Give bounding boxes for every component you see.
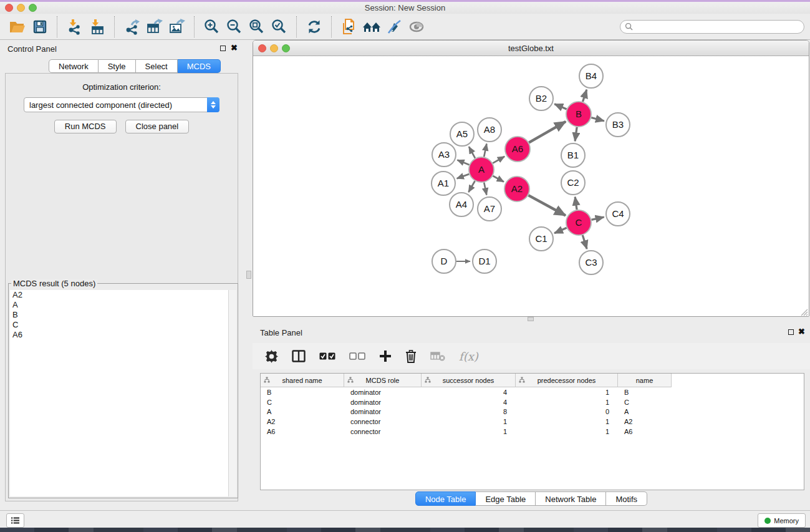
edge-C-C4[interactable]	[591, 217, 604, 220]
graph-node-B4[interactable]: B4	[579, 64, 603, 88]
edge-A6-B[interactable]	[529, 122, 566, 143]
graph-node-C4[interactable]: C4	[606, 202, 630, 226]
table-row[interactable]: Bdominator41B	[261, 387, 804, 397]
import-table-icon[interactable]	[86, 16, 108, 38]
vertical-splitter-handle[interactable]	[246, 271, 251, 279]
graph-node-A2[interactable]: A2	[504, 177, 529, 201]
close-table-panel-icon[interactable]: ✖	[798, 327, 805, 336]
edge-A-A1[interactable]	[457, 174, 470, 178]
close-panel-button[interactable]: Close panel	[125, 120, 190, 133]
graph-node-B1[interactable]: B1	[561, 143, 585, 167]
import-network-icon[interactable]	[64, 16, 86, 38]
export-image-icon[interactable]	[166, 16, 188, 38]
function-builder-icon[interactable]: f(x)	[459, 350, 478, 363]
graph-node-C[interactable]: C	[566, 210, 591, 235]
column-header-successor-nodes[interactable]: successor nodes	[422, 374, 516, 387]
graph-node-A3[interactable]: A3	[432, 143, 456, 167]
table-row[interactable]: A2connector11A2	[261, 417, 804, 427]
hide-annotations-icon[interactable]	[383, 16, 405, 38]
tab-motifs[interactable]: Motifs	[606, 491, 647, 506]
tab-network-table[interactable]: Network Table	[536, 491, 606, 506]
mcds-result-list[interactable]: A2ABCA6	[10, 290, 229, 496]
clone-network-icon[interactable]	[338, 16, 360, 38]
task-history-button[interactable]	[6, 513, 24, 528]
export-network-icon[interactable]	[121, 16, 143, 38]
edge-B-B2[interactable]	[554, 104, 566, 109]
save-session-icon[interactable]	[29, 16, 51, 38]
delete-column-icon[interactable]	[405, 350, 417, 363]
horizontal-splitter-handle[interactable]	[528, 317, 534, 321]
table-row[interactable]: Cdominator41C	[261, 397, 804, 407]
zoom-selected-icon[interactable]	[268, 16, 291, 38]
settings-gear-icon[interactable]	[265, 350, 278, 363]
edge-A-A4[interactable]	[468, 181, 475, 192]
open-file-icon[interactable]	[6, 16, 29, 38]
memory-button[interactable]: Memory	[758, 513, 806, 528]
graph-node-C3[interactable]: C3	[579, 251, 603, 274]
edge-C-C3[interactable]	[582, 235, 587, 249]
search-input[interactable]	[635, 22, 804, 32]
edge-A-A3[interactable]	[457, 160, 469, 165]
edge-A-A6[interactable]	[493, 157, 504, 163]
zoom-in-icon[interactable]	[201, 16, 223, 38]
edge-B-B1[interactable]	[575, 127, 577, 141]
deselect-all-checkboxes-icon[interactable]	[349, 352, 365, 360]
tab-network[interactable]: Network	[49, 59, 99, 73]
float-table-panel-icon[interactable]	[788, 329, 794, 335]
node-table[interactable]: shared nameMCDS rolesuccessor nodesprede…	[260, 373, 804, 490]
resize-grip-icon[interactable]	[799, 307, 808, 316]
edge-C-C1[interactable]	[554, 228, 567, 233]
network-window-titlebar[interactable]: testGlobe.txt	[253, 41, 809, 56]
tab-select[interactable]: Select	[136, 59, 178, 73]
graph-node-D1[interactable]: D1	[473, 249, 496, 273]
graph-node-B[interactable]: B	[566, 102, 591, 127]
edge-B-B4[interactable]	[583, 90, 587, 102]
close-panel-icon[interactable]: ✖	[231, 44, 238, 52]
graph-node-A1[interactable]: A1	[432, 172, 455, 195]
graph-node-B2[interactable]: B2	[529, 87, 553, 110]
export-table-icon[interactable]	[143, 16, 166, 38]
edge-A-A5[interactable]	[469, 147, 475, 158]
zoom-out-icon[interactable]	[223, 16, 246, 38]
tab-node-table[interactable]: Node Table	[415, 491, 476, 506]
network-canvas[interactable]: B4B2BB3A5A8A6A3B1AC2A1A2A4A7C4CC1C3DD1	[253, 56, 809, 317]
graph-node-A5[interactable]: A5	[450, 122, 474, 146]
mcds-result-item[interactable]: A	[10, 300, 229, 310]
column-header-predecessor-nodes[interactable]: predecessor nodes	[516, 374, 618, 387]
column-header-MCDS-role[interactable]: MCDS role	[344, 374, 422, 387]
edge-B-B3[interactable]	[591, 117, 604, 121]
graph-node-C1[interactable]: C1	[529, 227, 553, 251]
refresh-icon[interactable]	[303, 16, 325, 38]
edge-A-A8[interactable]	[484, 144, 486, 157]
mcds-result-item[interactable]: B	[10, 310, 229, 320]
graph-node-A7[interactable]: A7	[478, 197, 501, 221]
column-header-name[interactable]: name	[618, 374, 672, 387]
search-field[interactable]	[620, 20, 804, 34]
select-all-checkboxes-icon[interactable]	[319, 352, 335, 360]
float-panel-icon[interactable]	[220, 46, 226, 51]
graph-node-B3[interactable]: B3	[606, 113, 630, 137]
edge-A-A7[interactable]	[484, 183, 486, 195]
tab-style[interactable]: Style	[99, 59, 136, 73]
graph-node-A8[interactable]: A8	[478, 118, 501, 142]
graph-node-A[interactable]: A	[469, 157, 494, 182]
houses-icon[interactable]	[360, 16, 383, 38]
eye-icon[interactable]	[405, 16, 428, 38]
graph-node-C2[interactable]: C2	[561, 171, 585, 195]
tab-edge-table[interactable]: Edge Table	[476, 491, 536, 506]
graph-node-A4[interactable]: A4	[450, 193, 473, 216]
zoom-fit-icon[interactable]	[246, 16, 268, 38]
edge-A-A2[interactable]	[493, 176, 503, 182]
split-columns-icon[interactable]	[292, 350, 306, 362]
column-header-shared-name[interactable]: shared name	[261, 374, 344, 387]
run-mcds-button[interactable]: Run MCDS	[54, 120, 117, 133]
mcds-result-item[interactable]: A6	[10, 330, 229, 340]
criterion-dropdown[interactable]: largest connected component (directed)	[24, 97, 219, 112]
edge-A2-C[interactable]	[528, 195, 565, 215]
add-column-icon[interactable]	[379, 350, 392, 362]
table-row[interactable]: A6connector11A6	[261, 427, 804, 437]
edge-C-C2[interactable]	[575, 197, 577, 210]
mcds-result-item[interactable]: A2	[10, 290, 229, 300]
graph-node-A6[interactable]: A6	[505, 137, 530, 162]
graph-node-D[interactable]: D	[432, 249, 456, 273]
